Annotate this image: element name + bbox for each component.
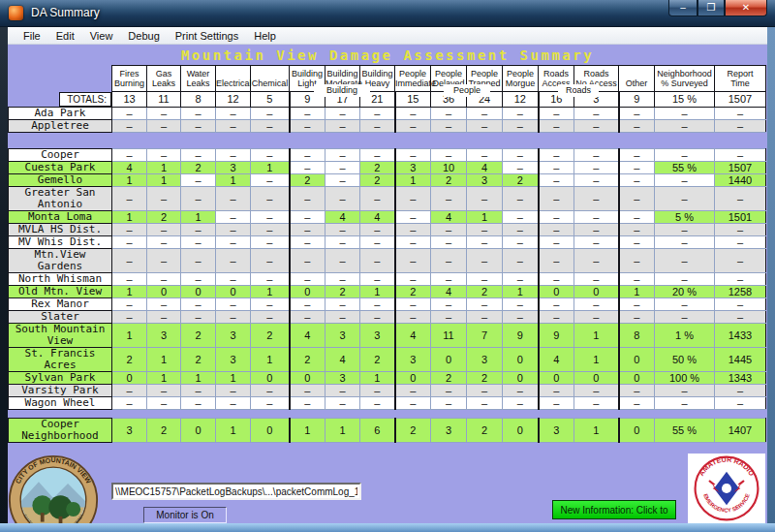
data-cell: – — [112, 396, 147, 409]
data-cell: – — [395, 186, 431, 210]
data-cell: – — [181, 173, 216, 186]
neighborhood-row: Slater––––––––––––––––– — [9, 310, 766, 323]
data-cell: – — [181, 107, 216, 119]
data-cell: 1501 — [715, 210, 766, 223]
data-cell: 2 — [431, 173, 467, 186]
menu-item-edit[interactable]: Edit — [48, 29, 82, 43]
data-cell: – — [431, 148, 467, 161]
data-cell: 4 — [360, 210, 395, 223]
header-corner — [9, 66, 112, 92]
data-cell: – — [251, 396, 290, 409]
table-body: TOTALS: 131181259172115362412163915 %150… — [9, 92, 766, 443]
data-cell: – — [431, 223, 467, 235]
data-cell: – — [326, 148, 360, 161]
maximize-button[interactable]: ❐ — [698, 0, 725, 16]
data-cell: 1 — [216, 371, 251, 384]
data-cell: – — [619, 107, 655, 119]
data-cell: – — [112, 119, 147, 132]
data-cell: – — [574, 272, 619, 285]
menu-item-file[interactable]: File — [16, 29, 48, 43]
data-cell: – — [216, 396, 251, 409]
data-cell: 3 — [539, 418, 574, 442]
column-header: Chemical — [251, 66, 290, 92]
data-cell: – — [539, 297, 574, 310]
totals-label-cell: TOTALS: — [9, 92, 112, 108]
data-cell: 2 — [181, 161, 216, 173]
data-cell: – — [431, 297, 467, 310]
data-cell: 11 — [431, 323, 467, 347]
data-cell: – — [147, 107, 181, 119]
data-cell: – — [619, 396, 655, 409]
close-button[interactable]: ✕ — [725, 0, 767, 16]
data-cell: – — [715, 297, 766, 310]
data-cell: – — [360, 235, 395, 248]
data-cell: – — [147, 186, 181, 210]
neighborhood-label: Cuesta Park — [9, 161, 112, 173]
data-cell: – — [112, 148, 147, 161]
column-header: Report Time — [715, 66, 766, 92]
data-cell: – — [431, 186, 467, 210]
data-cell: – — [574, 297, 619, 310]
data-cell: 1440 — [715, 173, 766, 186]
data-cell: 4 — [326, 347, 360, 371]
data-cell: 3 — [395, 161, 431, 173]
totals-row: TOTALS: 131181259172115362412163915 %150… — [9, 92, 766, 108]
minimize-button[interactable]: – — [668, 0, 698, 16]
data-cell: – — [503, 272, 539, 285]
data-cell: – — [655, 223, 715, 235]
window-controls: – ❐ ✕ — [668, 0, 767, 17]
neighborhood-label: MV Whis Dist. — [9, 235, 112, 248]
data-cell: – — [290, 235, 326, 248]
totals-cell: 12 — [503, 92, 539, 108]
data-cell: – — [655, 173, 715, 186]
data-cell: – — [431, 248, 467, 272]
menu-item-view[interactable]: View — [82, 29, 121, 43]
data-cell: – — [503, 223, 539, 235]
data-cell: 1433 — [715, 323, 766, 347]
data-cell: 2 — [360, 161, 395, 173]
data-cell: 8 — [619, 323, 655, 347]
data-cell: – — [715, 248, 766, 272]
data-cell: – — [326, 119, 360, 132]
menu-item-help[interactable]: Help — [246, 29, 284, 43]
data-cell: 1 — [181, 210, 216, 223]
new-information-reset-button[interactable]: New Information: Click to reset — [552, 500, 676, 519]
column-header: People Morgue — [503, 66, 539, 92]
data-cell: 1 — [251, 161, 290, 173]
data-cell: – — [360, 272, 395, 285]
data-cell: 9 — [503, 323, 539, 347]
data-cell: 2 — [326, 285, 360, 297]
totals-cell: 8 — [181, 92, 216, 108]
data-cell: – — [503, 384, 539, 396]
data-cell: – — [715, 310, 766, 323]
spacer-row — [9, 409, 766, 418]
data-cell: – — [619, 223, 655, 235]
data-cell: 3 — [326, 323, 360, 347]
data-cell: 1 — [574, 323, 619, 347]
data-cell: – — [503, 119, 539, 132]
data-cell: – — [655, 235, 715, 248]
packet-log-path-field[interactable] — [111, 483, 361, 500]
data-cell: 1 — [251, 285, 290, 297]
data-cell: 4 — [467, 161, 503, 173]
data-cell: 1 — [326, 418, 360, 442]
data-cell: 0 — [251, 418, 290, 442]
menu-item-print-settings[interactable]: Print Settings — [168, 29, 246, 43]
neighborhood-label: Sylvan Park — [9, 371, 112, 384]
data-cell: – — [395, 210, 431, 223]
totals-cell: 15 — [395, 92, 431, 108]
menu-item-debug[interactable]: Debug — [120, 29, 167, 43]
data-cell: – — [467, 396, 503, 409]
data-cell: – — [216, 210, 251, 223]
data-cell: 4 — [431, 285, 467, 297]
data-cell: 1 — [112, 173, 147, 186]
data-cell: – — [395, 107, 431, 119]
title-bar: DA Summary – ❐ ✕ — [0, 0, 775, 27]
data-cell: 0 — [619, 371, 655, 384]
data-cell: – — [251, 235, 290, 248]
data-cell: – — [181, 119, 216, 132]
data-cell: – — [112, 384, 147, 396]
data-cell: – — [360, 119, 395, 132]
data-cell: – — [467, 297, 503, 310]
data-cell: 1 — [503, 285, 539, 297]
